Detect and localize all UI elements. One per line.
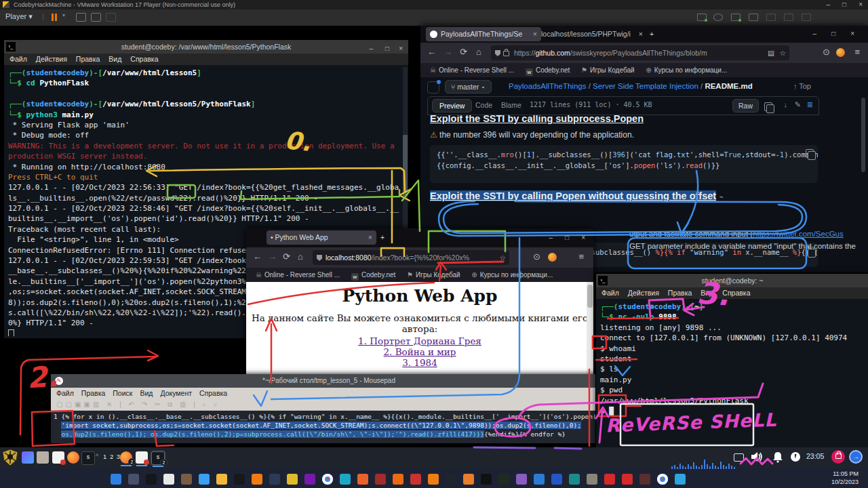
reader-mode-icon[interactable]: ▤ — [768, 45, 774, 60]
tab-close-icon[interactable]: × — [368, 230, 372, 245]
bookmark-games[interactable]: ⚑Игры Кодебай — [407, 271, 460, 279]
vm-cd-status-icon[interactable] — [713, 14, 723, 21]
taskbutton-firefox[interactable]: 2 — [120, 451, 132, 464]
explorer-icon[interactable] — [216, 474, 227, 485]
tracking-shield-icon[interactable] — [495, 50, 500, 56]
tab-preview[interactable]: Preview — [432, 99, 472, 113]
python-window-close[interactable]: × — [581, 234, 585, 241]
vm-printer-status-icon[interactable] — [802, 14, 811, 21]
virtualbox-icon[interactable] — [269, 474, 280, 485]
visualstudio-icon[interactable] — [516, 474, 527, 485]
python-url-bar[interactable]: localhost:8080/index?book={%%20for%20x% … — [313, 250, 509, 265]
bookmark-codeby[interactable]: wCodeby.net — [526, 66, 570, 74]
steam-red-icon[interactable] — [410, 474, 421, 485]
flipboard-icon[interactable] — [234, 474, 245, 485]
bookmark-courses[interactable]: ⊕Курсы по информаци... — [471, 271, 553, 279]
bookmark-star-icon[interactable]: ☆ — [780, 45, 786, 60]
heading-popen-offset[interactable]: Exploit the SSTI by calling Popen withou… — [430, 190, 724, 202]
terminal-left-close-button[interactable]: × — [399, 42, 403, 56]
vmware-minimize-button[interactable]: – — [826, 0, 830, 9]
heading-subprocess-popen[interactable]: Exploit the SSTI by calling subprocess.P… — [430, 115, 644, 124]
copy-file-icon[interactable] — [764, 102, 772, 111]
vmware-pause-dropdown[interactable]: ▾ — [62, 12, 65, 18]
raw-button[interactable]: Raw — [732, 99, 759, 113]
back-icon[interactable]: ← — [253, 251, 262, 262]
book-link-1[interactable]: 1. Портрет Дориана Грея — [358, 336, 481, 346]
book-link-2[interactable]: 2. Война и мир — [384, 346, 456, 357]
anchor-link-icon[interactable]: ⌁ — [719, 192, 724, 201]
start-button[interactable] — [111, 474, 121, 485]
pocket-icon[interactable]: ⊙ — [823, 47, 830, 57]
terminal-right-output[interactable]: ┌──(student⊛codeby)-[~]└─$ nc -nvlp 9898… — [596, 299, 868, 449]
fullscreen-icon[interactable] — [91, 13, 101, 22]
sidebar-toggle-icon[interactable] — [427, 81, 439, 94]
vscode-icon[interactable] — [534, 474, 545, 485]
code-block-subprocess[interactable]: {{''.__class__.mro()[1].__subclasses__()… — [430, 145, 818, 183]
outline-icon[interactable]: ≣ — [807, 100, 813, 109]
reload-icon[interactable]: ⟳ — [460, 47, 467, 57]
taskbutton-mousepad[interactable] — [136, 451, 148, 464]
extension-icon[interactable] — [548, 253, 557, 262]
vmware-icon[interactable] — [252, 474, 262, 485]
maps-icon[interactable] — [551, 474, 562, 485]
blender-icon[interactable] — [463, 474, 474, 485]
send-ctrl-alt-del-icon[interactable] — [76, 13, 86, 22]
terminal-left-maximize-button[interactable]: □ — [385, 42, 389, 56]
forward-icon[interactable]: → — [268, 251, 277, 262]
menu-hamburger-icon[interactable]: ≡ — [854, 47, 860, 57]
vmware-pause-button[interactable] — [52, 12, 58, 21]
photos-icon[interactable] — [181, 474, 192, 485]
bookmark-reverse-shell[interactable]: ☠Online - Reverse Shell ... — [430, 66, 514, 74]
power-tray-icon[interactable] — [791, 452, 800, 462]
terminal-right-menubar[interactable]: ФайлДействияПравкаВидСправка — [596, 287, 868, 299]
pocket-icon[interactable]: ⊙ — [533, 251, 540, 262]
calendar-icon[interactable] — [199, 474, 210, 485]
reload-icon[interactable]: ⟳ — [283, 251, 290, 262]
mousepad-toolbar[interactable]: ▢▢▣▣▥ ✕ | ↶ ↷ ✂ ⧉ ▥ | ⌕ ⌕ — [51, 399, 607, 411]
pycharm-icon[interactable] — [498, 474, 509, 485]
vm-network-status-icon[interactable] — [731, 14, 741, 21]
github-url-bar[interactable]: https://github.com/swisskyrepo/PayloadsA… — [491, 45, 789, 60]
mousepad-titlebar[interactable]: ✎ *~/Рабочий стол/tmp_lesson_5 - Mousepa… — [51, 374, 607, 388]
download-icon[interactable]: ↓ — [784, 100, 788, 108]
dock-expand-icon[interactable]: ^ — [96, 453, 98, 460]
firefox-dock-icon[interactable] — [67, 451, 79, 464]
tab-python-web-app[interactable]: • Python Web App × — [267, 230, 376, 245]
keepass-tray-icon[interactable] — [831, 450, 845, 464]
mousepad-editor[interactable]: 1 {% for x in ().__class__.__base__.__su… — [51, 411, 607, 443]
codeby-menu-icon[interactable] — [1, 449, 19, 466]
terminal-right-titlebar[interactable]: ›_ student@codeby: ~ — [596, 274, 868, 287]
forward-icon[interactable]: → — [443, 47, 452, 57]
branch-selector[interactable]: ⑂ master ▾ — [445, 80, 492, 94]
camtasia-icon[interactable] — [569, 474, 580, 485]
tab-blame[interactable]: Blame — [501, 101, 521, 109]
mousepad-dock-icon[interactable] — [52, 451, 64, 464]
taskbutton-terminal[interactable]: $2 — [151, 451, 165, 465]
bookmark-games[interactable]: ⚑Игры Кодебай — [581, 66, 634, 74]
onenote-icon[interactable] — [304, 474, 315, 485]
notifications-bell-icon[interactable] — [772, 451, 784, 463]
vm-clock[interactable]: 23:05 — [806, 452, 824, 460]
back-to-top-link[interactable]: ↑ Top — [793, 82, 811, 90]
vm-usb-status-icon[interactable] — [784, 14, 793, 21]
terminal-left-titlebar[interactable]: ›_ student@codeby: /var/www/html/lesson5… — [4, 40, 408, 54]
mousepad-menubar[interactable]: ФайлПравкаПоискВидДокументСправка — [51, 388, 607, 399]
gimp-icon[interactable] — [587, 474, 597, 485]
github-window-maximize[interactable]: □ — [831, 30, 835, 37]
redgear1-icon[interactable] — [604, 474, 615, 485]
unreal-icon[interactable] — [481, 474, 492, 485]
edit-pencil-icon[interactable]: ✎ — [795, 100, 801, 109]
home-icon[interactable]: ⌂ — [476, 47, 481, 57]
page-scrollbar[interactable] — [587, 282, 593, 380]
breadcrumb-folder[interactable]: Server Side Template Injection — [593, 82, 698, 90]
file-manager-icon[interactable] — [37, 451, 49, 464]
new-tab-button[interactable]: + — [374, 230, 391, 245]
vm-hdd-status-icon[interactable] — [697, 14, 707, 21]
firefox-icon[interactable] — [357, 474, 368, 485]
tixati-icon[interactable] — [287, 474, 298, 485]
analytics-icon[interactable] — [375, 474, 386, 485]
bookmark-star-icon[interactable]: ☆ — [500, 250, 506, 265]
bookmark-codeby[interactable]: wCodeby.net — [351, 271, 395, 279]
volume-icon[interactable] — [750, 451, 764, 463]
terminal-dock-icon[interactable]: $ — [81, 451, 95, 465]
